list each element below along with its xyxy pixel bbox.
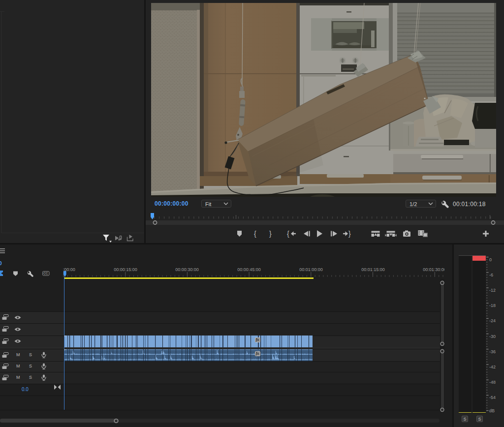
svg-text:{: {: [254, 230, 256, 238]
svg-text:{: {: [287, 230, 289, 238]
svg-text:}: }: [348, 230, 351, 238]
svg-text:}: }: [269, 230, 272, 238]
